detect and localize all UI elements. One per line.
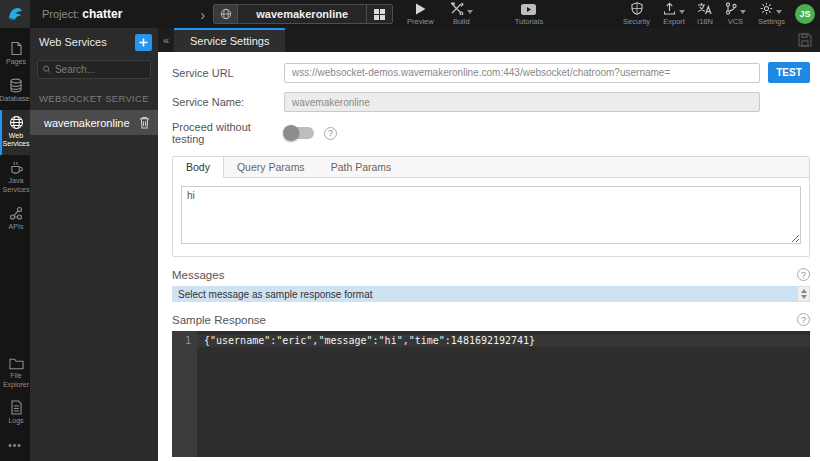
open-service-tab[interactable]: wavemakeronline (213, 4, 393, 24)
tab-service-settings[interactable]: Service Settings (174, 28, 285, 52)
api-nodes-icon (9, 206, 23, 221)
collapse-panel-icon[interactable] (158, 28, 174, 52)
scroll-down-icon[interactable] (801, 295, 807, 299)
sidebar-item-apis[interactable]: APIs (0, 201, 30, 238)
service-url-label: Service URL (172, 67, 284, 79)
play-icon (415, 2, 426, 15)
export-label: Export (663, 17, 685, 26)
service-name-row: Service Name: (172, 92, 810, 112)
trash-icon[interactable] (139, 116, 150, 129)
globe-icon (214, 5, 238, 23)
sidebar-label-java-services: Java Services (2, 177, 30, 195)
top-bar: Project:chatter wavemakeronline Preview (0, 0, 820, 28)
proceed-help-icon[interactable] (324, 127, 337, 140)
save-floppy-icon (798, 33, 812, 47)
tutorials-button[interactable]: Tutorials (515, 2, 543, 26)
editor-gutter: 1 (172, 331, 197, 457)
sidebar-item-file-explorer[interactable]: File Explorer (0, 352, 30, 396)
more-options-icon[interactable] (0, 432, 30, 461)
sample-response-header: Sample Response (172, 313, 810, 326)
panel-title: Web Services (39, 36, 135, 48)
service-search[interactable] (37, 60, 151, 79)
sidebar-item-logs[interactable]: Logs (0, 395, 30, 432)
settings-caret-icon (776, 10, 782, 14)
messages-list: Select message as sample response format (172, 286, 810, 302)
sidebar-label-databases: Databases (0, 95, 33, 104)
messages-title: Messages (172, 269, 797, 281)
sample-response-editor[interactable]: 1 {"username":"eric","message":"hi","tim… (172, 331, 810, 457)
sidebar-label-apis: APIs (9, 223, 24, 232)
sidebar-item-databases[interactable]: Databases (0, 73, 30, 110)
app-window: Project:chatter wavemakeronline Preview (0, 0, 820, 461)
project-name: chatter (82, 7, 122, 21)
build-label: Build (453, 17, 470, 26)
main-area: Service Settings Service URL TEST Servic… (158, 28, 820, 461)
code-line: {"username":"eric","message":"hi","time"… (197, 335, 810, 347)
i18n-button[interactable]: I18N (697, 2, 713, 26)
service-item-label: wavemakeronline (44, 117, 139, 129)
web-services-panel: Web Services WEBSOCKET SERVICE wavemaker… (30, 28, 158, 461)
add-service-button[interactable] (135, 34, 152, 51)
proceed-without-testing-row: Proceed without testing (172, 121, 810, 145)
open-service-tab-label: wavemakeronline (238, 5, 366, 23)
line-number: 1 (172, 335, 191, 346)
panel-header: Web Services (30, 28, 158, 56)
service-name-label: Service Name: (172, 96, 284, 108)
messages-scrollbar[interactable] (797, 286, 810, 302)
tab-body[interactable]: Body (173, 157, 224, 178)
websocket-service-section-title: WEBSOCKET SERVICE (30, 85, 158, 110)
export-icon (663, 2, 676, 15)
request-tabs: Body Query Params Path Params (173, 157, 809, 178)
tab-query-params[interactable]: Query Params (224, 157, 318, 177)
service-url-input[interactable] (284, 63, 760, 83)
search-input[interactable] (55, 64, 145, 75)
editor-tab-bar: Service Settings (158, 28, 820, 52)
sidebar-item-web-services[interactable]: Web Services (0, 110, 30, 156)
message-select-option[interactable]: Select message as sample response format (172, 286, 797, 302)
request-params-panel: Body Query Params Path Params hi (172, 156, 810, 257)
sidebar-item-java-services[interactable]: Java Services (0, 155, 30, 201)
tab-path-params[interactable]: Path Params (318, 157, 405, 177)
service-list-item[interactable]: wavemakeronline (30, 110, 158, 135)
body-tab-panel: hi (173, 178, 809, 256)
vcs-button[interactable]: VCS (725, 2, 746, 26)
search-icon (43, 65, 51, 74)
sidebar-label-logs: Logs (8, 417, 23, 426)
messages-help-icon[interactable] (797, 268, 810, 281)
sample-response-title: Sample Response (172, 314, 797, 326)
editor-code-area[interactable]: {"username":"eric","message":"hi","time"… (197, 331, 810, 457)
body-textarea[interactable]: hi (181, 186, 801, 244)
settings-button[interactable]: Settings (758, 2, 785, 26)
messages-header: Messages (172, 268, 810, 281)
wavemaker-logo[interactable] (0, 0, 30, 28)
folder-icon (9, 357, 24, 370)
sample-response-help-icon[interactable] (797, 313, 810, 326)
test-button[interactable]: TEST (768, 62, 810, 83)
translate-icon (697, 2, 712, 15)
shield-icon (631, 2, 643, 15)
grid-icon[interactable] (366, 5, 392, 23)
project-breadcrumb: Project:chatter (42, 7, 122, 21)
project-label: Project: (42, 8, 79, 20)
sidebar-spacer (0, 237, 30, 352)
i18n-label: I18N (697, 17, 713, 26)
build-button[interactable]: Build (450, 2, 473, 26)
scroll-up-icon[interactable] (801, 289, 807, 293)
security-button[interactable]: Security (623, 2, 650, 26)
branch-icon (725, 2, 737, 15)
preview-label: Preview (407, 17, 434, 26)
sidebar-label-pages: Pages (6, 58, 26, 67)
preview-button[interactable]: Preview (407, 2, 434, 26)
proceed-toggle[interactable] (284, 127, 314, 139)
security-label: Security (623, 17, 650, 26)
build-caret-icon (467, 10, 473, 14)
tutorials-label: Tutorials (515, 17, 543, 26)
youtube-icon (521, 2, 536, 15)
export-button[interactable]: Export (663, 2, 685, 26)
tabbar-spacer (285, 28, 790, 52)
sidebar-item-pages[interactable]: Pages (0, 36, 30, 73)
save-button[interactable] (790, 28, 820, 52)
service-url-row: Service URL TEST (172, 62, 810, 83)
user-avatar[interactable]: JS (795, 4, 815, 24)
vcs-caret-icon (740, 10, 746, 14)
